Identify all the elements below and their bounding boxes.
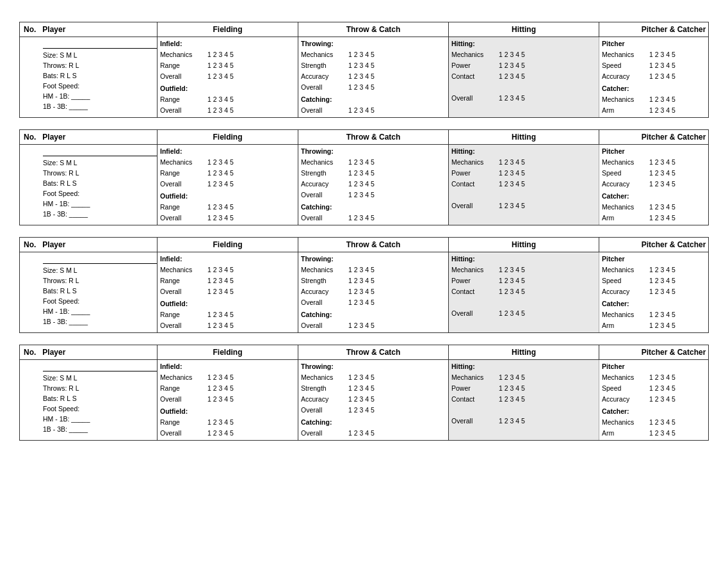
- col-no: No.: [24, 133, 36, 142]
- player-field-0: Size: S M L: [43, 265, 157, 275]
- pitcher-label-2: Accuracy: [602, 286, 647, 297]
- throwing-label-1: Strength: [301, 383, 346, 394]
- col-player: Player: [42, 348, 65, 357]
- player-name-box[interactable]: [43, 360, 157, 371]
- throwing-row-1: Strength1 2 3 4 5: [301, 60, 446, 71]
- throwing-row-2: Accuracy1 2 3 4 5: [301, 286, 446, 297]
- catcher-row-0: Mechanics1 2 3 4 5: [602, 202, 728, 213]
- catcher-nums-1: 1 2 3 4 5: [649, 213, 675, 224]
- fielding-outfield-nums-0: 1 2 3 4 5: [207, 202, 234, 213]
- pitcher-label-0: Mechanics: [602, 372, 647, 383]
- throwing-label-1: Strength: [301, 275, 346, 286]
- infield-header: Infield:: [160, 254, 295, 265]
- fielding-outfield-row-1: Overall1 2 3 4 5: [160, 213, 295, 224]
- throwing-nums-3: 1 2 3 4 5: [348, 297, 375, 308]
- fielding-infield-row-2: Overall1 2 3 4 5: [160, 71, 295, 82]
- throwing-label-3: Overall: [301, 190, 346, 200]
- throwing-row-1: Strength1 2 3 4 5: [301, 168, 446, 179]
- hitting-overall-nums: 1 2 3 4 5: [499, 308, 525, 319]
- fielding-infield-label-0: Mechanics: [160, 49, 205, 60]
- col-no: No.: [24, 25, 36, 34]
- fielding-infield-row-2: Overall1 2 3 4 5: [160, 394, 295, 405]
- throwing-row-0: Mechanics1 2 3 4 5: [301, 265, 446, 275]
- hitting-blank-row: [451, 190, 596, 200]
- pitcher-row-2: Accuracy1 2 3 4 5: [602, 394, 728, 405]
- fielding-infield-row-0: Mechanics1 2 3 4 5: [160, 157, 295, 168]
- fielding-outfield-nums-0: 1 2 3 4 5: [207, 417, 234, 428]
- catcher-nums-0: 1 2 3 4 5: [649, 202, 675, 213]
- pitcher-row-2: Accuracy1 2 3 4 5: [602, 179, 728, 190]
- hitting-label-2: Contact: [451, 71, 496, 82]
- col-fielding: Fielding: [158, 345, 298, 359]
- throwing-nums-2: 1 2 3 4 5: [348, 286, 375, 297]
- section-column-headers: No.PlayerFieldingThrow & CatchHittingPit…: [20, 130, 708, 145]
- pitcher-nums-2: 1 2 3 4 5: [649, 179, 675, 190]
- catcher-header: Catcher:: [602, 298, 728, 309]
- fielding-outfield-row-1: Overall1 2 3 4 5: [160, 105, 295, 116]
- catcher-row-0: Mechanics1 2 3 4 5: [602, 309, 728, 320]
- throwing-label-2: Accuracy: [301, 71, 346, 82]
- fielding-outfield-label-1: Overall: [160, 320, 205, 331]
- player-field-5: 1B - 3B: _____: [43, 316, 157, 327]
- hitting-row-0: Mechanics1 2 3 4 5: [451, 157, 596, 168]
- throwing-label-3: Overall: [301, 82, 346, 93]
- throwing-row-0: Mechanics1 2 3 4 5: [301, 157, 446, 168]
- fielding-infield-label-0: Mechanics: [160, 157, 205, 168]
- catcher-row-1: Arm1 2 3 4 5: [602, 428, 728, 439]
- catcher-header: Catcher:: [602, 191, 728, 202]
- player-field-3: Foot Speed:: [43, 188, 157, 199]
- throwing-header: Throwing:: [301, 146, 446, 157]
- pitcher-label-2: Accuracy: [602, 394, 647, 405]
- fielding-infield-nums-0: 1 2 3 4 5: [207, 372, 234, 383]
- throwing-row-0: Mechanics1 2 3 4 5: [301, 372, 446, 383]
- fielding-infield-row-2: Overall1 2 3 4 5: [160, 286, 295, 297]
- no-cell: [20, 252, 43, 332]
- infield-header: Infield:: [160, 38, 295, 49]
- hitting-label-0: Mechanics: [451, 157, 496, 168]
- hitting-overall-row: Overall1 2 3 4 5: [451, 93, 596, 104]
- player-name-box[interactable]: [43, 252, 157, 264]
- throwing-row-1: Strength1 2 3 4 5: [301, 383, 446, 394]
- hitting-nums-2: 1 2 3 4 5: [499, 394, 525, 405]
- assessment-section: No.PlayerFieldingThrow & CatchHittingPit…: [19, 345, 709, 441]
- catcher-row-1: Arm1 2 3 4 5: [602, 213, 728, 224]
- pitcher-catcher-col: PitcherMechanics1 2 3 4 5Speed1 2 3 4 5A…: [599, 252, 728, 332]
- throwing-label-1: Strength: [301, 168, 346, 179]
- catching-overall-label: Overall: [301, 320, 346, 331]
- infield-header: Infield:: [160, 361, 295, 372]
- col-fielding: Fielding: [158, 22, 298, 37]
- pitcher-nums-0: 1 2 3 4 5: [649, 49, 675, 60]
- pitcher-row-0: Mechanics1 2 3 4 5: [602, 49, 728, 60]
- catching-overall-row: Overall1 2 3 4 5: [301, 320, 446, 331]
- pitcher-row-2: Accuracy1 2 3 4 5: [602, 286, 728, 297]
- hitting-nums-0: 1 2 3 4 5: [499, 265, 525, 275]
- player-col: Size: S M LThrows: R LBats: R L SFoot Sp…: [20, 37, 158, 117]
- no-cell: [20, 145, 43, 225]
- pitcher-header: Pitcher: [602, 361, 728, 372]
- throwing-row-3: Overall1 2 3 4 5: [301, 297, 446, 308]
- throwing-row-3: Overall1 2 3 4 5: [301, 190, 446, 200]
- hitting-overall-label: Overall: [451, 200, 496, 211]
- catcher-row-1: Arm1 2 3 4 5: [602, 320, 728, 331]
- player-name-box[interactable]: [43, 145, 157, 156]
- hitting-overall-nums: 1 2 3 4 5: [499, 416, 525, 427]
- throwing-nums-0: 1 2 3 4 5: [348, 372, 375, 383]
- pitcher-catcher-col: PitcherMechanics1 2 3 4 5Speed1 2 3 4 5A…: [599, 37, 728, 117]
- fielding-infield-label-1: Range: [160, 383, 205, 394]
- throwing-nums-2: 1 2 3 4 5: [348, 71, 375, 82]
- catching-overall-nums: 1 2 3 4 5: [348, 105, 375, 116]
- throwing-row-2: Accuracy1 2 3 4 5: [301, 179, 446, 190]
- section-body: Size: S M LThrows: R LBats: R L SFoot Sp…: [20, 252, 708, 332]
- outfield-header: Outfield:: [160, 298, 295, 309]
- player-field-3: Foot Speed:: [43, 404, 157, 414]
- hitting-overall-row: Overall1 2 3 4 5: [451, 200, 596, 211]
- hitting-overall-row: Overall1 2 3 4 5: [451, 416, 596, 427]
- hitting-row-1: Power1 2 3 4 5: [451, 275, 596, 286]
- fielding-col: Infield:Mechanics1 2 3 4 5Range1 2 3 4 5…: [158, 37, 298, 117]
- hitting-overall-nums: 1 2 3 4 5: [499, 200, 525, 211]
- pitcher-label-0: Mechanics: [602, 265, 647, 275]
- outfield-header: Outfield:: [160, 406, 295, 417]
- player-name-box[interactable]: [43, 37, 157, 49]
- player-field-1: Throws: R L: [43, 60, 157, 70]
- throwing-label-0: Mechanics: [301, 157, 346, 168]
